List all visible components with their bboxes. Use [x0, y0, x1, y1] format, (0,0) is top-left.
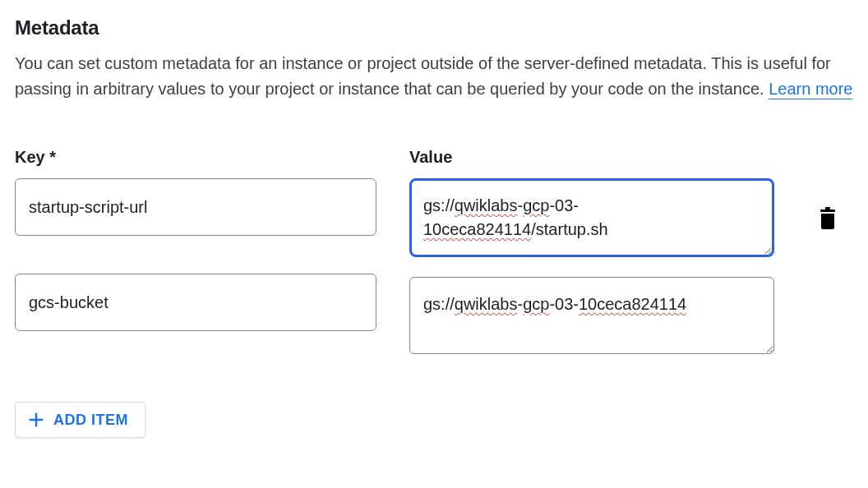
section-description-text: You can set custom metadata for an insta… [15, 54, 831, 98]
section-description: You can set custom metadata for an insta… [15, 51, 853, 102]
key-column-header: Key * [15, 148, 376, 167]
trash-icon [818, 207, 838, 230]
key-column: Key * [15, 148, 376, 331]
metadata-key-input[interactable] [15, 178, 376, 236]
svg-rect-1 [825, 207, 830, 209]
learn-more-link[interactable]: Learn more [769, 80, 852, 99]
value-column: Value gs://qwiklabs-gcp-03-10ceca824114/… [409, 148, 774, 354]
delete-row-button[interactable] [813, 202, 843, 235]
metadata-value-input[interactable]: gs://qwiklabs-gcp-03-10ceca824114/startu… [409, 178, 774, 257]
value-column-header: Value [409, 148, 774, 167]
section-title: Metadata [15, 16, 853, 39]
metadata-value-input[interactable]: gs://qwiklabs-gcp-03-10ceca824114 [409, 277, 774, 354]
row-actions-column [807, 184, 848, 235]
plus-icon [27, 411, 45, 429]
add-item-button[interactable]: ADD ITEM [15, 402, 145, 438]
metadata-key-input[interactable] [15, 274, 376, 331]
svg-rect-0 [820, 209, 835, 212]
add-item-label: ADD ITEM [53, 412, 128, 429]
metadata-grid: Key * Value gs://qwiklabs-gcp-03-10ceca8… [15, 148, 853, 354]
